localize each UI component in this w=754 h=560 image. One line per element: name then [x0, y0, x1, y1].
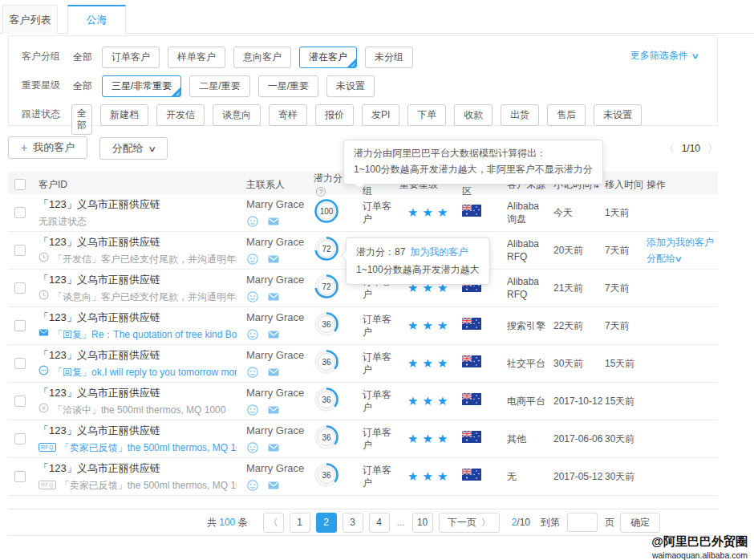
row-checkbox[interactable] [14, 358, 26, 369]
filter-option[interactable]: 售后 [547, 104, 586, 126]
row-checkbox[interactable] [14, 207, 26, 218]
table-row[interactable]: 「123」义乌市正丽供应链 RFQ「卖家已反馈」the 500ml thermo… [8, 458, 718, 496]
page-button[interactable]: 4 [369, 513, 390, 533]
row-checkbox[interactable] [14, 433, 26, 444]
filter-option[interactable]: 二星/重要 [189, 75, 249, 97]
tab-customer-list[interactable]: 客户列表 [2, 5, 58, 34]
contact-name: Marry Grace [246, 348, 309, 363]
customer-name[interactable]: 「123」义乌市正丽供应链 [39, 310, 237, 325]
table-row[interactable]: 「123」义乌市正丽供应链 「回复」Re：The quotation of tr… [8, 307, 718, 345]
filter-option[interactable]: 未分组 [365, 47, 413, 68]
customer-note[interactable]: RFQ「卖家已反馈」the 500ml thermos, MQ 1000 [39, 441, 237, 454]
mail-icon[interactable] [267, 328, 280, 341]
prev-page-arrow[interactable]: 〈 [664, 141, 675, 156]
customer-note: 「开发信」客户已经支付尾款，并沟通明年继续采购... [39, 252, 237, 266]
prev-page-button[interactable]: 〈 [263, 513, 284, 533]
mail-icon[interactable] [267, 366, 280, 379]
add-my-customer-button[interactable]: + 我的客户 [8, 136, 87, 159]
mail-icon[interactable] [267, 253, 280, 266]
next-page-arrow[interactable]: 〉 [707, 141, 718, 156]
mail-icon[interactable] [267, 404, 280, 416]
row-checkbox[interactable] [14, 320, 26, 331]
customer-name[interactable]: 「123」义乌市正丽供应链 [39, 197, 237, 212]
mail-icon[interactable] [267, 479, 280, 492]
assign-to-link[interactable]: 分配给∨ [647, 250, 718, 266]
customer-note[interactable]: 「回复」ok,I will reply to you tomorrow morn… [39, 365, 237, 379]
filter-option[interactable]: 未设置 [594, 104, 642, 126]
filter-option[interactable]: 意向客户 [233, 47, 291, 68]
company-group: 订单客户 [355, 464, 398, 489]
table-row[interactable]: 「123」义乌市正丽供应链 ¥「洽谈中」the 500ml thermos, M… [8, 383, 718, 420]
filter-option-selected[interactable]: 三星/非常重要 [102, 75, 181, 97]
row-checkbox[interactable] [14, 471, 26, 482]
customer-name[interactable]: 「123」义乌市正丽供应链 [39, 461, 237, 476]
page-button[interactable]: 10 [412, 513, 433, 533]
customer-name[interactable]: 「123」义乌市正丽供应链 [39, 424, 237, 438]
filter-option[interactable]: 报价 [315, 104, 354, 126]
mail-icon[interactable] [267, 290, 280, 303]
goto-page-input[interactable] [567, 513, 598, 532]
page-button[interactable]: 1 [290, 513, 310, 533]
move-in-time: 30天前 [603, 432, 645, 445]
col-customer-id: 客户ID [32, 178, 237, 191]
customer-source: 搜索引擎 [497, 319, 550, 332]
page-button-current[interactable]: 2 [316, 513, 337, 533]
filter-option[interactable]: 未设置 [326, 75, 375, 97]
filter-option[interactable]: 收款 [454, 104, 493, 126]
potential-score: 36 [309, 311, 355, 340]
select-all-checkbox[interactable] [14, 179, 26, 190]
filter-option[interactable]: 全部 [71, 104, 92, 135]
customer-note[interactable]: 「回复」Re：The quotation of tree kind Bottle… [39, 327, 237, 341]
potential-score: 100 [309, 198, 355, 227]
customer-name[interactable]: 「123」义乌市正丽供应链 [39, 235, 237, 250]
mail-icon[interactable] [267, 441, 280, 454]
row-checkbox[interactable] [14, 245, 26, 256]
add-as-my-customer-link[interactable]: 添加为我的客户 [647, 234, 718, 250]
add-as-my-customer-link[interactable]: 加为我的客户 [410, 246, 468, 258]
row-checkbox[interactable] [14, 396, 26, 407]
svg-text:36: 36 [322, 470, 331, 479]
contact-name: Marry Grace [246, 461, 309, 476]
table-row[interactable]: 「123」义乌市正丽供应链 无跟进状态 Marry Grace 100 订单客户… [8, 194, 718, 232]
filter-option-selected[interactable]: 潜在客户 [299, 47, 357, 68]
wangwang-icon[interactable] [246, 404, 259, 416]
filter-option[interactable]: 开发信 [156, 104, 205, 126]
help-icon[interactable]: ? [316, 187, 326, 197]
filter-option[interactable]: 发PI [362, 104, 399, 126]
filter-option[interactable]: 新建档 [100, 104, 148, 126]
filter-option[interactable]: 寄样 [269, 104, 307, 126]
wangwang-icon[interactable] [246, 215, 259, 228]
contact-name: Marry Grace [246, 235, 309, 250]
row-checkbox[interactable] [14, 282, 26, 294]
contact-name: Marry Grace [246, 424, 309, 438]
mail-icon[interactable] [267, 215, 280, 228]
wangwang-icon[interactable] [246, 253, 259, 266]
confirm-button[interactable]: 确定 [620, 513, 660, 533]
customer-name[interactable]: 「123」义乌市正丽供应链 [39, 273, 237, 287]
customer-source: 其他 [497, 432, 550, 445]
filter-option[interactable]: 出货 [501, 104, 539, 126]
filter-option[interactable]: 谈意向 [213, 104, 261, 126]
wangwang-icon[interactable] [246, 479, 259, 492]
filter-option[interactable]: 一星/重要 [258, 75, 318, 97]
table-row[interactable]: 「123」义乌市正丽供应链 「回复」ok,I will reply to you… [8, 345, 718, 383]
filter-option[interactable]: 全部 [71, 75, 94, 97]
more-filters-link[interactable]: 更多筛选条件 ∨ [630, 49, 698, 63]
wangwang-icon[interactable] [246, 366, 259, 379]
customer-name[interactable]: 「123」义乌市正丽供应链 [39, 348, 237, 363]
wangwang-icon[interactable] [246, 328, 259, 341]
next-page-button[interactable]: 下一页〉 [439, 513, 500, 533]
page-button[interactable]: 3 [343, 513, 363, 533]
wangwang-icon[interactable] [246, 441, 259, 454]
assign-to-button[interactable]: 分配给 ∨ [99, 137, 168, 160]
customer-source: Alibaba 询盘 [497, 200, 550, 225]
filter-option[interactable]: 下单 [407, 104, 446, 126]
table-row[interactable]: 「123」义乌市正丽供应链 RFQ「卖家已反馈」the 500ml thermo… [8, 420, 718, 458]
filter-option[interactable]: 全部 [71, 47, 94, 68]
customer-table: 客户ID 主联系人 潜力分⇅? 公司分组 重要星级 国家地区 客户来源 小记时间… [8, 172, 718, 496]
filter-option[interactable]: 样单客户 [168, 47, 225, 68]
customer-name[interactable]: 「123」义乌市正丽供应链 [39, 386, 237, 400]
tab-public-sea[interactable]: 公海 [67, 5, 126, 34]
wangwang-icon[interactable] [246, 290, 259, 303]
filter-option[interactable]: 订单客户 [102, 47, 160, 68]
